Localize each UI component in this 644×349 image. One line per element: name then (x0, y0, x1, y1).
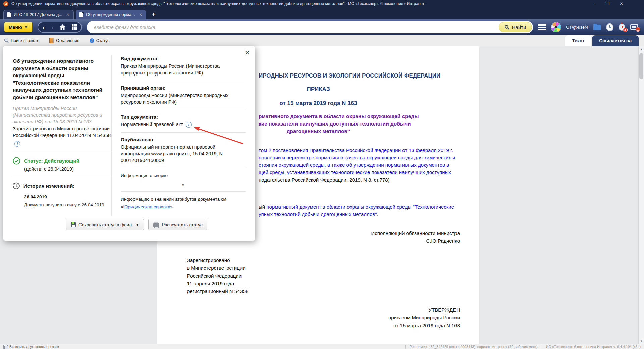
info-icon: i (90, 38, 94, 43)
scrollbar-thumb[interactable] (639, 53, 643, 79)
doc-registration-line: Российской Федерации (187, 273, 241, 279)
history-clock-icon (13, 182, 20, 189)
back-icon[interactable]: ‹ (43, 23, 45, 31)
search-in-text-button[interactable]: Поиск в тексте (4, 38, 39, 43)
doc-ministry-line: ИРОДНЫХ РЕСУРСОВ И ЭКОЛОГИИ РОССИЙСКОЙ Ф… (259, 72, 440, 79)
forward-icon[interactable]: › (51, 23, 53, 31)
legal-reference-link[interactable]: Юридическая справка (123, 204, 170, 209)
print-icon (153, 223, 159, 227)
history-date: 26.04.2019 (24, 194, 111, 199)
expand-arrow-icon[interactable]: ▼ (121, 183, 246, 187)
hamburger-menu-icon[interactable] (538, 24, 546, 30)
history-entry: Документ вступил в силу с 26.04.2019 (24, 202, 111, 207)
status-since: (действ. с 26.04.2019) (24, 166, 111, 172)
doc-citation-tail: нодательства Российской Федерации, 2019,… (259, 177, 390, 183)
status-value: Статус: Действующий (24, 158, 79, 164)
document-icon (7, 12, 11, 17)
document-icon (79, 12, 83, 17)
tab-text[interactable]: Текст (565, 35, 591, 46)
doc-citation-line[interactable]: стояния окружающей среды, а также об утв… (259, 162, 449, 168)
version-info: ИС «Техэксперт: 6 поколение» Интранет v.… (546, 345, 641, 349)
application-window: Об утверждении нормативного документа в … (0, 0, 644, 349)
field-label: Вид документа: (121, 56, 246, 61)
field-value: Нормативный правовой акт (121, 121, 183, 128)
tab-references[interactable]: Ссылается на (592, 35, 639, 46)
collation-label: Информация о сверке (121, 173, 246, 178)
field-value: Приказ Минприроды России (Министерства п… (121, 63, 246, 76)
vertical-scrollbar[interactable]: ▲ ▼ (638, 46, 644, 344)
folder-icon[interactable] (593, 25, 601, 30)
menu-button[interactable]: Меню ▼ (4, 22, 33, 32)
divider (542, 345, 542, 349)
dual-window-icon (3, 345, 8, 349)
minimize-button[interactable]: – (593, 2, 595, 6)
avatar[interactable] (551, 22, 561, 32)
new-tab-button[interactable]: + (151, 11, 155, 18)
techexpert-logo-icon (3, 1, 8, 6)
search-bar: Найти (87, 21, 533, 33)
close-window-button[interactable]: ✕ (620, 2, 623, 6)
tab-label: ИТС 49-2017 Добыча д... (14, 12, 62, 17)
status-popup: ✕ Об утверждении нормативного документа … (3, 46, 255, 241)
doc-citation-line[interactable]: том 2 постановления Правительства Россий… (259, 147, 453, 153)
magnifier-icon (4, 38, 9, 43)
attributes-note: Информацию о значении атрибутов документ… (121, 196, 246, 202)
messages[interactable]: 1 (630, 24, 638, 30)
doc-title-line: кие показатели наилучших доступных техно… (259, 121, 411, 127)
divider (405, 345, 406, 349)
history-title: История изменений: (23, 183, 74, 189)
save-status-button[interactable]: Сохранить статус в файл ▼ (66, 219, 144, 230)
home-icon[interactable] (60, 24, 65, 30)
legal-reference-line: «Юридическая справка» (121, 204, 246, 209)
close-icon[interactable]: ✕ (244, 49, 250, 56)
doc-citation-line[interactable]: щей среды, устанавливающих технологическ… (259, 169, 451, 175)
doc-attachment-link[interactable]: упных технологий добычи драгоценных мета… (259, 211, 378, 217)
scroll-up-icon[interactable]: ▲ (639, 46, 644, 52)
chevron-down-icon: ▼ (24, 25, 28, 29)
popup-document-title: Об утверждении нормативного документа в … (13, 57, 111, 101)
main-toolbar: Меню ▼ ‹ › Н (0, 19, 644, 35)
doc-registration-line: регистрационный N 54358 (187, 288, 249, 294)
doc-citation-line[interactable]: новлении и пересмотре нормативов качеств… (259, 155, 455, 160)
browser-tab-current[interactable]: Об утверждении норма... ✕ (76, 10, 146, 19)
scroll-down-icon[interactable]: ▼ (639, 338, 644, 344)
doc-approve-line: ый нормативный документ в области охраны… (259, 204, 454, 210)
field-value: Официальный интернет-портал правовой инф… (121, 144, 246, 164)
chevron-down-icon: ▼ (136, 223, 139, 227)
field-label: Принявший орган: (121, 85, 246, 91)
navigation-pill: ‹ › (38, 22, 82, 33)
document-toolbar: Поиск в тексте Оглавление i Статус Текст… (0, 35, 644, 46)
print-status-button[interactable]: Распечатать статус (148, 219, 207, 230)
doc-registration-line: Зарегистрировано (187, 257, 230, 263)
maximize-button[interactable]: ❒ (605, 2, 609, 6)
popup-document-subtitle: Приказ Минприроды России (Министерства п… (13, 105, 111, 125)
toc-book-icon (49, 38, 54, 43)
registration-info: Рег. номер: 452_342129 (ключ: 2008143), … (410, 345, 538, 349)
doc-title-line: рмативного документа в области охраны ок… (259, 113, 419, 119)
browser-tab-its49[interactable]: ИТС 49-2017 Добыча д... ✕ (3, 10, 74, 19)
table-of-contents-button[interactable]: Оглавление (49, 38, 79, 43)
user-name: GT\gt-user4 (566, 25, 588, 30)
clock-icon[interactable] (606, 23, 613, 31)
window-title: Об утверждении нормативного документа в … (11, 1, 590, 6)
check-circle-icon (13, 157, 20, 165)
search-icon (505, 25, 509, 30)
doc-approve-prefix: ый (259, 204, 266, 210)
tab-label: Об утверждении норма... (86, 12, 135, 17)
tab-bar: ИТС 49-2017 Добыча д... ✕ Об утверждении… (0, 7, 644, 19)
status-button[interactable]: i Статус (90, 38, 110, 43)
tab-close-icon[interactable]: ✕ (66, 12, 70, 17)
search-input[interactable] (93, 24, 499, 30)
save-icon (71, 222, 76, 227)
apps-grid-icon[interactable] (72, 24, 77, 30)
divider (111, 55, 112, 216)
history-timer[interactable]: 4 (619, 24, 625, 31)
find-button[interactable]: Найти (499, 22, 532, 32)
info-circle-icon[interactable]: i (186, 122, 192, 128)
find-label: Найти (512, 24, 526, 30)
info-circle-icon[interactable]: i (14, 141, 20, 147)
dual-window-toggle[interactable]: Включить двухоконный режим (3, 345, 59, 349)
doc-attachment-link[interactable]: нормативный документ в области охраны ок… (266, 204, 454, 210)
tab-close-icon[interactable]: ✕ (139, 12, 142, 17)
chat-badge: 1 (636, 27, 640, 32)
